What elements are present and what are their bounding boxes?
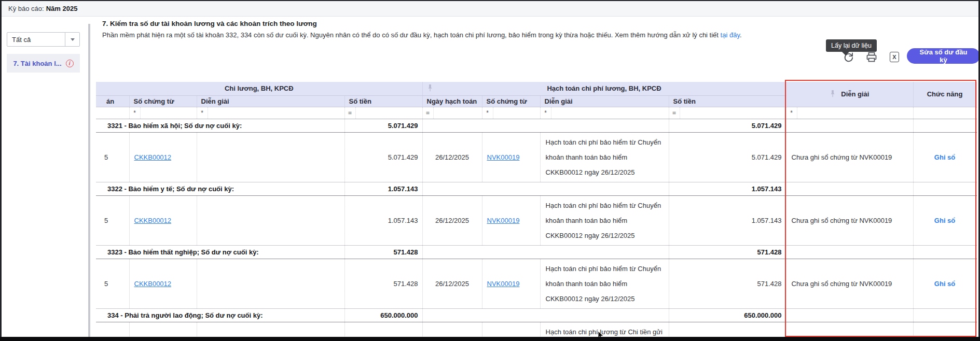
cell-posting-date: 26/12/2025 bbox=[422, 132, 482, 182]
group-empty bbox=[913, 245, 976, 259]
group-empty bbox=[422, 119, 669, 132]
cell-amount: 571.428 bbox=[344, 259, 422, 308]
cell-posting-amount: 5.071.429 bbox=[669, 132, 786, 182]
column-header-label: Diễn giải bbox=[841, 90, 869, 98]
cell-posting-amount: 650.000.000 bbox=[669, 322, 786, 337]
help-link[interactable]: tại đây bbox=[721, 31, 740, 39]
filter-operator[interactable]: * bbox=[482, 107, 493, 119]
cell-action: Ghi sổ bbox=[913, 322, 976, 337]
cell-action: Ghi sổ bbox=[913, 195, 976, 245]
cell-doc-no: CTG00041 bbox=[129, 322, 197, 337]
group-row-3322: 3322 - Bảo hiểm y tế; Số dư nợ cuối kỳ: … bbox=[96, 182, 976, 195]
sidebar-item-account-check[interactable]: 7. Tài khoản l... i bbox=[7, 54, 80, 73]
post-to-ledger-link[interactable]: Ghi sổ bbox=[934, 217, 955, 224]
sidebar-item-label: 7. Tài khoản l... bbox=[13, 60, 61, 67]
group-label: 334 - Phải trả người lao động; Số dư nợ … bbox=[96, 308, 344, 322]
chevron-down-icon bbox=[71, 38, 75, 41]
page-description: Phần mềm phát hiện ra một số tài khoản 3… bbox=[102, 31, 742, 39]
cell-posting-date: 26/12/2025 bbox=[422, 259, 482, 308]
cell-amount: 650.000.000 bbox=[344, 322, 422, 337]
sidebar-divider bbox=[88, 24, 90, 337]
group-amount-right: 1.057.143 bbox=[669, 182, 786, 195]
column-header-posting-date[interactable]: Ngày hạch toán bbox=[422, 95, 482, 107]
doc-no-link[interactable]: CKKB00012 bbox=[134, 153, 172, 161]
filter-cell[interactable] bbox=[913, 107, 976, 119]
cell-posting-amount: 1.057.143 bbox=[669, 195, 786, 245]
doc-no-link[interactable]: CKKB00012 bbox=[134, 217, 172, 224]
group-empty bbox=[786, 182, 913, 195]
column-header-doc-no[interactable]: Số chứng từ bbox=[129, 95, 197, 107]
column-header-date-partial[interactable]: án bbox=[96, 95, 129, 107]
column-header-amount[interactable]: Số tiền bbox=[344, 95, 422, 107]
filter-cell[interactable]: = bbox=[422, 107, 482, 119]
column-header-posting-amount[interactable]: Số tiền bbox=[669, 95, 786, 107]
filter-dropdown[interactable]: Tất cả bbox=[7, 32, 80, 47]
group-amount-left: 5.071.429 bbox=[344, 119, 422, 132]
filter-cell[interactable]: = bbox=[344, 107, 422, 119]
filter-operator[interactable]: * bbox=[541, 107, 551, 119]
cell-doc-no: CKKB00012 bbox=[129, 132, 197, 182]
post-to-ledger-link[interactable]: Ghi sổ bbox=[934, 153, 955, 161]
column-header-desc[interactable]: Diễn giải bbox=[197, 95, 344, 107]
app-window: Kỳ báo cáo: Năm 2025 Tất cả 7. Tài khoản… bbox=[0, 0, 980, 341]
group-empty bbox=[422, 308, 669, 322]
cell-note: Chưa ghi sổ chứng từ NVK00019 bbox=[786, 132, 913, 182]
filter-operator[interactable]: * bbox=[130, 107, 141, 119]
group-empty bbox=[913, 308, 976, 322]
cell-action: Ghi sổ bbox=[913, 259, 976, 308]
cell-doc-no: CKKB00012 bbox=[129, 195, 197, 245]
filter-cell[interactable]: = bbox=[669, 107, 786, 119]
cell-amount: 5.071.429 bbox=[344, 132, 422, 182]
info-circle-icon[interactable]: i bbox=[66, 60, 74, 67]
excel-icon: X bbox=[890, 52, 899, 62]
column-header-posting-doc-no[interactable]: Số chứng từ bbox=[482, 95, 540, 107]
filter-operator[interactable]: = bbox=[423, 107, 434, 119]
filter-cell[interactable] bbox=[96, 107, 129, 119]
filter-operator[interactable]: * bbox=[197, 107, 208, 119]
group-empty bbox=[786, 245, 913, 259]
group-amount-right: 571.428 bbox=[669, 245, 786, 259]
edit-opening-balance-button[interactable]: Sửa số dư đầu kỳ bbox=[907, 48, 980, 64]
group-empty bbox=[422, 182, 669, 195]
group-empty bbox=[422, 245, 669, 259]
export-excel-button[interactable]: X bbox=[888, 51, 901, 63]
group-label: 3323 - Bảo hiểm thất nghiệp; Số dư nợ cu… bbox=[96, 245, 344, 259]
filter-cell[interactable]: * bbox=[786, 107, 913, 119]
group-amount-left: 650.000.000 bbox=[344, 308, 422, 322]
cell-date-partial: 5 bbox=[96, 132, 129, 182]
cell-posting-desc: Hạch toán chi phí bảo hiểm từ Chuyển kho… bbox=[540, 195, 669, 245]
column-header-posting-desc[interactable]: Diễn giải bbox=[540, 95, 669, 107]
posting-doc-no-link[interactable]: NVK00019 bbox=[487, 217, 520, 224]
filter-cell[interactable]: * bbox=[129, 107, 197, 119]
posting-doc-no-link[interactable]: NVK00019 bbox=[487, 153, 520, 161]
cell-desc bbox=[197, 195, 344, 245]
print-button[interactable] bbox=[865, 51, 878, 63]
filter-cell[interactable]: * bbox=[197, 107, 344, 119]
post-to-ledger-link[interactable]: Ghi sổ bbox=[934, 280, 955, 288]
dropdown-toggle-button[interactable] bbox=[65, 33, 79, 46]
cell-posting-doc-no: NVK00019 bbox=[482, 132, 540, 182]
description-text: Phần mềm phát hiện ra một số tài khoản 3… bbox=[102, 31, 721, 39]
detail-row: 5 CKKB00012 1.057.143 26/12/2025 NVK0001… bbox=[96, 195, 976, 245]
cell-date-partial: 5 bbox=[96, 322, 129, 337]
accounts-table: Chi lương, BH, KPCĐ Hạch toán chi phí lư… bbox=[96, 82, 978, 337]
filter-cell[interactable]: * bbox=[482, 107, 540, 119]
cell-posting-date: 26/12/2025 bbox=[422, 322, 482, 337]
pin-icon[interactable] bbox=[427, 84, 433, 93]
sidebar: Tất cả 7. Tài khoản l... i bbox=[2, 17, 88, 337]
doc-no-link[interactable]: CKKB00012 bbox=[134, 280, 172, 288]
print-icon bbox=[866, 51, 877, 63]
column-group-salary-payment: Chi lương, BH, KPCĐ bbox=[96, 82, 422, 95]
posting-doc-no-link[interactable]: NVK00019 bbox=[487, 280, 520, 288]
cell-desc bbox=[197, 132, 344, 182]
cell-amount: 1.057.143 bbox=[344, 195, 422, 245]
column-group-label: Hạch toán chi phí lương, BH, KPCĐ bbox=[547, 84, 661, 92]
pin-icon[interactable] bbox=[830, 90, 835, 99]
filter-operator[interactable]: = bbox=[345, 107, 356, 119]
filter-operator[interactable]: * bbox=[786, 107, 797, 119]
filter-cell[interactable]: * bbox=[540, 107, 669, 119]
column-header-action[interactable]: Chức năng bbox=[913, 82, 976, 107]
column-header-note[interactable]: Diễn giải bbox=[786, 82, 913, 107]
cell-desc bbox=[197, 322, 344, 337]
filter-operator[interactable]: = bbox=[669, 107, 680, 119]
